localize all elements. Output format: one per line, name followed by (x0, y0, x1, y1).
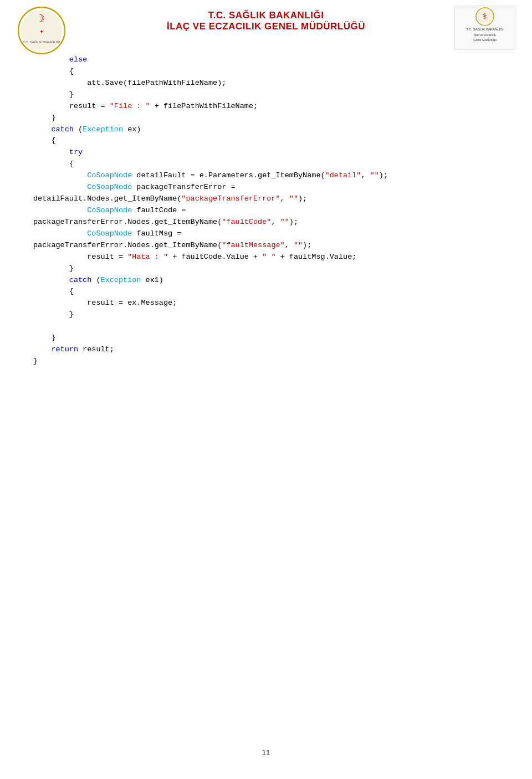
code-block: else { att.Save(filePathWithFileName); }… (33, 54, 499, 367)
logo-right: ⚕ T.C. SAĞLIK BAKANLIĞI İlaç ve Eczacılı… (454, 6, 515, 50)
svg-text:İlaç ve Eczacılık: İlaç ve Eczacılık (474, 33, 496, 37)
page-header: ☽ ✦ T.C. SAĞLIK BAKANLIĞI T.C. SAĞLIK BA… (0, 0, 532, 38)
header-title-line2: İLAÇ VE ECZACILIK GENEL MÜDÜRLÜĞÜ (167, 21, 365, 32)
svg-text:Genel Müdürlüğü: Genel Müdürlüğü (473, 38, 497, 42)
svg-text:☽: ☽ (38, 13, 45, 25)
main-content: else { att.Save(filePathWithFileName); }… (0, 38, 532, 401)
header-title: T.C. SAĞLIK BAKANLIĞI İLAÇ VE ECZACILIK … (167, 10, 365, 32)
logo-left: ☽ ✦ T.C. SAĞLIK BAKANLIĞI (17, 6, 66, 55)
page-number: 11 (262, 749, 270, 757)
svg-text:T.C. SAĞLIK BAKANLIĞI: T.C. SAĞLIK BAKANLIĞI (23, 40, 60, 44)
header-title-line1: T.C. SAĞLIK BAKANLIĞI (167, 10, 365, 21)
svg-text:⚕: ⚕ (482, 12, 488, 22)
page-footer: 11 (0, 749, 532, 757)
svg-text:✦: ✦ (39, 28, 43, 35)
svg-text:T.C. SAĞLIK BAKANLIĞI: T.C. SAĞLIK BAKANLIĞI (466, 28, 504, 31)
